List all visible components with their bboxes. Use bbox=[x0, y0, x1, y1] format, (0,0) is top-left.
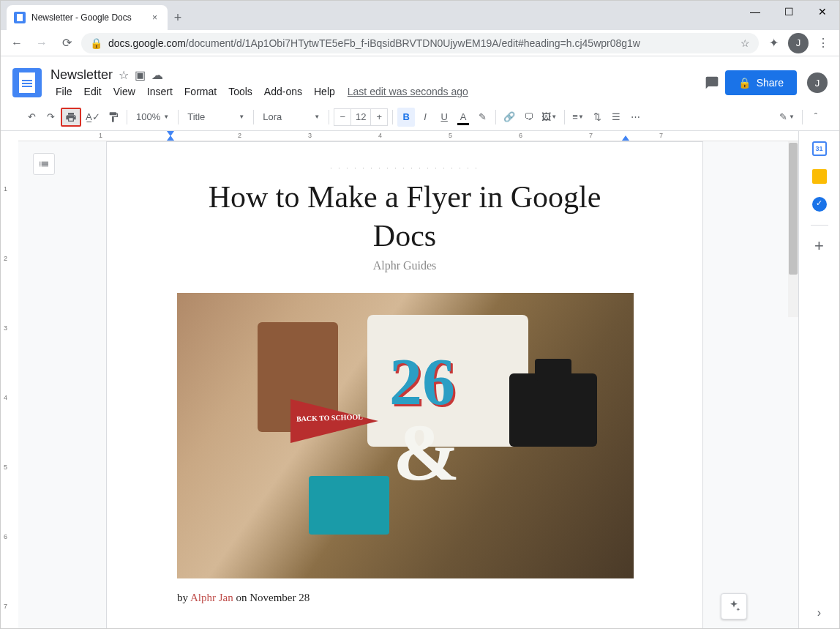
insert-image-button[interactable]: 🖼▼ bbox=[539, 108, 560, 127]
ruler-tick: 1 bbox=[99, 132, 102, 139]
document-subtitle[interactable]: Alphr Guides bbox=[177, 259, 632, 272]
ruler-tick: 5 bbox=[449, 132, 452, 139]
toolbar-separator bbox=[392, 110, 393, 124]
horizontal-ruler[interactable]: 1 2 3 4 5 6 7 7 bbox=[18, 131, 798, 141]
back-button[interactable]: ← bbox=[7, 33, 27, 53]
font-size-value[interactable]: 12 bbox=[350, 109, 371, 125]
right-indent-marker[interactable] bbox=[622, 135, 629, 141]
document-outline-button[interactable] bbox=[33, 153, 55, 175]
toolbar-separator bbox=[178, 110, 179, 124]
star-document-icon[interactable]: ☆ bbox=[119, 68, 129, 82]
url-bar[interactable]: 🔒 docs.google.com/document/d/1Ap1Obi7HTy… bbox=[81, 33, 759, 53]
main-area: 1 2 3 4 5 6 7 1 2 3 4 5 6 7 7 bbox=[1, 131, 839, 629]
editing-mode-button[interactable]: ✎▼ bbox=[776, 108, 798, 127]
last-edit-link[interactable]: Last edit was seconds ago bbox=[348, 86, 468, 97]
menu-tools[interactable]: Tools bbox=[223, 84, 258, 99]
collapse-sidepanel-icon[interactable]: › bbox=[817, 606, 821, 619]
italic-button[interactable]: I bbox=[416, 108, 434, 127]
menu-format[interactable]: Format bbox=[179, 84, 222, 99]
line-spacing-button[interactable]: ⇅ bbox=[588, 108, 606, 127]
maximize-button[interactable]: ☐ bbox=[772, 1, 806, 23]
ampersand-shape: & bbox=[393, 406, 460, 499]
menu-help[interactable]: Help bbox=[309, 84, 340, 99]
align-button[interactable]: ≡▼ bbox=[569, 108, 587, 127]
ruler-tick: 7 bbox=[589, 132, 593, 139]
document-title[interactable]: Newsletter bbox=[50, 67, 113, 83]
bookmark-star-icon[interactable]: ☆ bbox=[740, 37, 750, 49]
font-select[interactable]: Lora▼ bbox=[258, 108, 324, 127]
lock-icon: 🔒 bbox=[90, 37, 102, 49]
insert-comment-button[interactable]: 🗨 bbox=[520, 108, 537, 127]
toolbar-separator bbox=[495, 110, 496, 124]
move-document-icon[interactable]: ▣ bbox=[135, 68, 146, 82]
menu-edit[interactable]: Edit bbox=[79, 84, 107, 99]
extensions-icon[interactable]: ✦ bbox=[763, 33, 784, 53]
redo-button[interactable]: ↷ bbox=[42, 108, 59, 127]
document-canvas[interactable]: 1 2 3 4 5 6 7 7 · · · · · · · · · · · · … bbox=[18, 131, 798, 629]
decorative-dots: · · · · · · · · · · · · · · · · · · · bbox=[177, 164, 632, 172]
menu-view[interactable]: View bbox=[108, 84, 140, 99]
vertical-ruler[interactable]: 1 2 3 4 5 6 7 bbox=[1, 131, 18, 629]
menu-insert[interactable]: Insert bbox=[142, 84, 178, 99]
explore-button[interactable] bbox=[721, 593, 747, 619]
tab-close-icon[interactable]: × bbox=[149, 12, 160, 23]
side-panel: 31 + › bbox=[798, 131, 839, 629]
underline-button[interactable]: U bbox=[435, 108, 453, 127]
sidepanel-divider bbox=[811, 225, 828, 226]
close-window-button[interactable]: ✕ bbox=[806, 1, 839, 23]
toolbar-separator bbox=[127, 110, 127, 124]
hide-menus-button[interactable]: ˆ bbox=[807, 108, 825, 127]
comments-icon[interactable] bbox=[699, 70, 725, 96]
browser-tab[interactable]: Newsletter - Google Docs × bbox=[7, 5, 168, 30]
author-link[interactable]: Alphr Jan bbox=[190, 592, 233, 603]
list-button[interactable]: ☰ bbox=[607, 108, 625, 127]
undo-button[interactable]: ↶ bbox=[23, 108, 40, 127]
menu-addons[interactable]: Add-ons bbox=[259, 84, 307, 99]
share-button[interactable]: 🔒 Share bbox=[725, 70, 797, 95]
docs-logo-icon[interactable] bbox=[12, 68, 42, 97]
get-addons-icon[interactable]: + bbox=[812, 239, 827, 253]
highlight-button[interactable]: ✎ bbox=[473, 108, 491, 127]
calendar-addon-icon[interactable]: 31 bbox=[812, 141, 827, 156]
insert-link-button[interactable]: 🔗 bbox=[500, 108, 518, 127]
spellcheck-button[interactable]: A̲✓ bbox=[83, 108, 103, 127]
reload-button[interactable]: ⟳ bbox=[56, 33, 77, 53]
ruler-tick: 1 bbox=[4, 185, 7, 193]
zoom-select[interactable]: 100%▼ bbox=[132, 108, 173, 127]
decrease-font-button[interactable]: − bbox=[334, 111, 350, 122]
text-color-button[interactable]: A bbox=[454, 108, 472, 127]
cloud-status-icon[interactable]: ☁ bbox=[151, 68, 163, 82]
chrome-menu-icon[interactable]: ⋮ bbox=[813, 33, 833, 53]
ruler-tick: 5 bbox=[4, 464, 7, 471]
menu-bar: File Edit View Insert Format Tools Add-o… bbox=[50, 84, 699, 99]
ruler-tick: 4 bbox=[4, 394, 7, 401]
account-avatar[interactable]: J bbox=[807, 72, 828, 93]
ruler-tick: 3 bbox=[308, 132, 312, 139]
document-image[interactable]: 26 BACK TO SCHOOL & bbox=[177, 293, 634, 578]
forward-button[interactable]: → bbox=[31, 33, 52, 53]
profile-avatar[interactable]: J bbox=[788, 33, 809, 53]
increase-font-button[interactable]: + bbox=[371, 111, 387, 122]
lock-share-icon: 🔒 bbox=[738, 77, 751, 89]
document-page[interactable]: · · · · · · · · · · · · · · · · · · · Ho… bbox=[106, 141, 703, 629]
print-button[interactable] bbox=[61, 108, 81, 127]
new-tab-button[interactable]: + bbox=[168, 10, 188, 30]
ruler-tick: 3 bbox=[4, 324, 7, 332]
card-shape bbox=[309, 476, 389, 535]
docs-header: Newsletter ☆ ▣ ☁ File Edit View Insert F… bbox=[1, 56, 839, 103]
byline[interactable]: by Alphr Jan on November 28 bbox=[177, 592, 632, 604]
indent-marker-bottom[interactable] bbox=[167, 135, 174, 141]
bold-button[interactable]: B bbox=[397, 108, 415, 127]
formatting-toolbar: ↶ ↷ A̲✓ 100%▼ Title▼ Lora▼ − 12 + B I U … bbox=[1, 103, 839, 131]
document-heading[interactable]: How to Make a Flyer in Google Docs bbox=[177, 178, 632, 255]
scrollbar-thumb[interactable] bbox=[789, 143, 798, 275]
keep-addon-icon[interactable] bbox=[812, 169, 827, 184]
minimize-button[interactable]: — bbox=[738, 1, 772, 23]
more-toolbar-button[interactable]: ⋯ bbox=[626, 108, 644, 127]
camera-shape bbox=[509, 373, 597, 447]
paint-format-button[interactable] bbox=[105, 108, 122, 127]
style-select[interactable]: Title▼ bbox=[183, 108, 249, 127]
vertical-scrollbar[interactable] bbox=[788, 141, 798, 317]
tasks-addon-icon[interactable] bbox=[812, 197, 827, 212]
menu-file[interactable]: File bbox=[50, 84, 78, 99]
